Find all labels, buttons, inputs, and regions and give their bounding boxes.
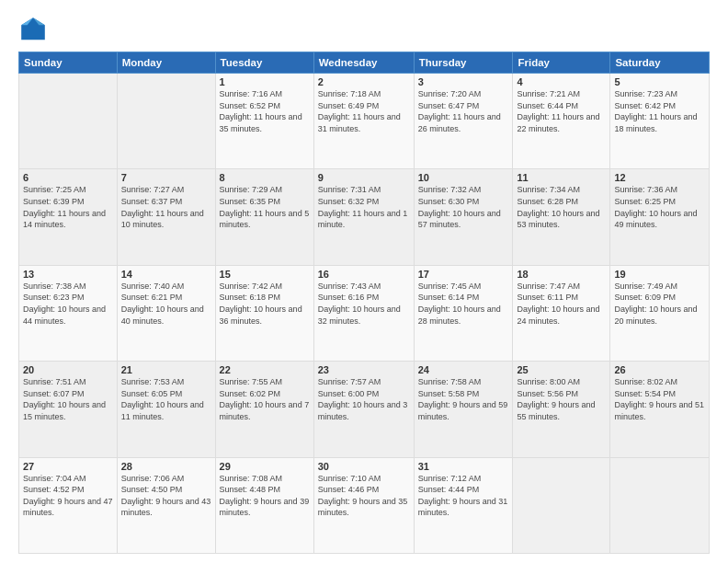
day-number: 19 [614, 269, 705, 280]
day-number: 21 [121, 364, 211, 375]
calendar-cell: 22Sunrise: 7:55 AM Sunset: 6:02 PM Dayli… [215, 362, 313, 457]
calendar-cell: 21Sunrise: 7:53 AM Sunset: 6:05 PM Dayli… [117, 362, 215, 457]
day-number: 31 [418, 461, 509, 472]
svg-marker-0 [21, 17, 45, 40]
calendar-cell: 26Sunrise: 8:02 AM Sunset: 5:54 PM Dayli… [610, 362, 710, 457]
calendar-cell: 17Sunrise: 7:45 AM Sunset: 6:14 PM Dayli… [414, 265, 513, 361]
day-detail: Sunrise: 7:38 AM Sunset: 6:23 PM Dayligh… [23, 281, 113, 327]
day-detail: Sunrise: 7:32 AM Sunset: 6:30 PM Dayligh… [418, 184, 509, 230]
day-number: 5 [614, 76, 705, 87]
day-detail: Sunrise: 7:49 AM Sunset: 6:09 PM Dayligh… [614, 281, 705, 327]
weekday-header-wednesday: Wednesday [313, 52, 414, 74]
calendar-cell: 1Sunrise: 7:16 AM Sunset: 6:52 PM Daylig… [215, 74, 313, 169]
day-number: 2 [318, 76, 410, 87]
calendar-cell: 24Sunrise: 7:58 AM Sunset: 5:58 PM Dayli… [414, 362, 513, 457]
day-number: 14 [121, 269, 211, 280]
day-detail: Sunrise: 7:06 AM Sunset: 4:50 PM Dayligh… [121, 473, 211, 519]
day-number: 27 [23, 461, 113, 472]
day-detail: Sunrise: 7:18 AM Sunset: 6:49 PM Dayligh… [318, 88, 410, 134]
day-detail: Sunrise: 7:21 AM Sunset: 6:44 PM Dayligh… [517, 88, 606, 134]
calendar-cell: 12Sunrise: 7:36 AM Sunset: 6:25 PM Dayli… [610, 169, 710, 265]
calendar-cell [513, 457, 610, 553]
day-number: 22 [220, 364, 310, 375]
day-number: 15 [220, 269, 310, 280]
day-detail: Sunrise: 7:42 AM Sunset: 6:18 PM Dayligh… [220, 281, 310, 327]
calendar-table: SundayMondayTuesdayWednesdayThursdayFrid… [18, 52, 710, 554]
day-number: 18 [517, 269, 606, 280]
calendar-cell: 30Sunrise: 7:10 AM Sunset: 4:46 PM Dayli… [313, 457, 414, 553]
day-number: 7 [121, 172, 211, 183]
day-detail: Sunrise: 7:57 AM Sunset: 6:00 PM Dayligh… [318, 376, 410, 422]
logo [18, 15, 53, 44]
day-number: 30 [318, 461, 410, 472]
day-detail: Sunrise: 7:27 AM Sunset: 6:37 PM Dayligh… [121, 184, 211, 230]
day-detail: Sunrise: 7:31 AM Sunset: 6:32 PM Dayligh… [318, 184, 410, 230]
day-detail: Sunrise: 7:12 AM Sunset: 4:44 PM Dayligh… [418, 473, 509, 519]
day-number: 10 [418, 172, 509, 183]
day-number: 20 [23, 364, 113, 375]
calendar-cell: 6Sunrise: 7:25 AM Sunset: 6:39 PM Daylig… [19, 169, 118, 265]
calendar-cell [117, 74, 215, 169]
calendar-cell: 16Sunrise: 7:43 AM Sunset: 6:16 PM Dayli… [313, 265, 414, 361]
weekday-header-sunday: Sunday [19, 52, 118, 74]
day-detail: Sunrise: 8:02 AM Sunset: 5:54 PM Dayligh… [614, 376, 705, 422]
day-number: 26 [614, 364, 705, 375]
day-detail: Sunrise: 7:53 AM Sunset: 6:05 PM Dayligh… [121, 376, 211, 422]
calendar-cell: 5Sunrise: 7:23 AM Sunset: 6:42 PM Daylig… [610, 74, 710, 169]
day-number: 11 [517, 172, 606, 183]
day-detail: Sunrise: 7:04 AM Sunset: 4:52 PM Dayligh… [23, 473, 113, 519]
calendar-cell: 11Sunrise: 7:34 AM Sunset: 6:28 PM Dayli… [513, 169, 610, 265]
day-number: 16 [318, 269, 410, 280]
day-detail: Sunrise: 7:55 AM Sunset: 6:02 PM Dayligh… [220, 376, 310, 422]
day-detail: Sunrise: 7:36 AM Sunset: 6:25 PM Dayligh… [614, 184, 705, 230]
calendar-cell: 8Sunrise: 7:29 AM Sunset: 6:35 PM Daylig… [215, 169, 313, 265]
day-detail: Sunrise: 7:20 AM Sunset: 6:47 PM Dayligh… [418, 88, 509, 134]
logo-icon [18, 15, 48, 44]
calendar-cell: 18Sunrise: 7:47 AM Sunset: 6:11 PM Dayli… [513, 265, 610, 361]
day-detail: Sunrise: 7:08 AM Sunset: 4:48 PM Dayligh… [220, 473, 310, 519]
day-number: 28 [121, 461, 211, 472]
day-number: 12 [614, 172, 705, 183]
weekday-header-tuesday: Tuesday [215, 52, 313, 74]
day-detail: Sunrise: 8:00 AM Sunset: 5:56 PM Dayligh… [517, 376, 606, 422]
day-detail: Sunrise: 7:34 AM Sunset: 6:28 PM Dayligh… [517, 184, 606, 230]
day-number: 23 [318, 364, 410, 375]
calendar-cell: 25Sunrise: 8:00 AM Sunset: 5:56 PM Dayli… [513, 362, 610, 457]
day-number: 25 [517, 364, 606, 375]
day-detail: Sunrise: 7:43 AM Sunset: 6:16 PM Dayligh… [318, 281, 410, 327]
calendar-cell: 9Sunrise: 7:31 AM Sunset: 6:32 PM Daylig… [313, 169, 414, 265]
day-number: 3 [418, 76, 509, 87]
calendar-cell: 28Sunrise: 7:06 AM Sunset: 4:50 PM Dayli… [117, 457, 215, 553]
weekday-header-friday: Friday [513, 52, 610, 74]
calendar-cell: 14Sunrise: 7:40 AM Sunset: 6:21 PM Dayli… [117, 265, 215, 361]
calendar-cell: 31Sunrise: 7:12 AM Sunset: 4:44 PM Dayli… [414, 457, 513, 553]
weekday-header-monday: Monday [117, 52, 215, 74]
day-detail: Sunrise: 7:40 AM Sunset: 6:21 PM Dayligh… [121, 281, 211, 327]
day-detail: Sunrise: 7:10 AM Sunset: 4:46 PM Dayligh… [318, 473, 410, 519]
day-number: 1 [220, 76, 310, 87]
day-number: 6 [23, 172, 113, 183]
day-detail: Sunrise: 7:58 AM Sunset: 5:58 PM Dayligh… [418, 376, 509, 422]
calendar-cell [610, 457, 710, 553]
calendar-cell: 7Sunrise: 7:27 AM Sunset: 6:37 PM Daylig… [117, 169, 215, 265]
day-detail: Sunrise: 7:29 AM Sunset: 6:35 PM Dayligh… [220, 184, 310, 230]
calendar-cell: 4Sunrise: 7:21 AM Sunset: 6:44 PM Daylig… [513, 74, 610, 169]
calendar-cell: 10Sunrise: 7:32 AM Sunset: 6:30 PM Dayli… [414, 169, 513, 265]
day-detail: Sunrise: 7:47 AM Sunset: 6:11 PM Dayligh… [517, 281, 606, 327]
calendar-cell: 29Sunrise: 7:08 AM Sunset: 4:48 PM Dayli… [215, 457, 313, 553]
day-number: 17 [418, 269, 509, 280]
day-detail: Sunrise: 7:45 AM Sunset: 6:14 PM Dayligh… [418, 281, 509, 327]
calendar-cell: 15Sunrise: 7:42 AM Sunset: 6:18 PM Dayli… [215, 265, 313, 361]
day-detail: Sunrise: 7:51 AM Sunset: 6:07 PM Dayligh… [23, 376, 113, 422]
calendar-cell: 13Sunrise: 7:38 AM Sunset: 6:23 PM Dayli… [19, 265, 118, 361]
day-detail: Sunrise: 7:16 AM Sunset: 6:52 PM Dayligh… [220, 88, 310, 134]
day-number: 9 [318, 172, 410, 183]
weekday-header-thursday: Thursday [414, 52, 513, 74]
calendar-cell: 2Sunrise: 7:18 AM Sunset: 6:49 PM Daylig… [313, 74, 414, 169]
page-header [18, 15, 710, 44]
calendar-cell: 23Sunrise: 7:57 AM Sunset: 6:00 PM Dayli… [313, 362, 414, 457]
calendar-cell: 27Sunrise: 7:04 AM Sunset: 4:52 PM Dayli… [19, 457, 118, 553]
calendar-cell: 19Sunrise: 7:49 AM Sunset: 6:09 PM Dayli… [610, 265, 710, 361]
calendar-cell [19, 74, 118, 169]
weekday-header-saturday: Saturday [610, 52, 710, 74]
